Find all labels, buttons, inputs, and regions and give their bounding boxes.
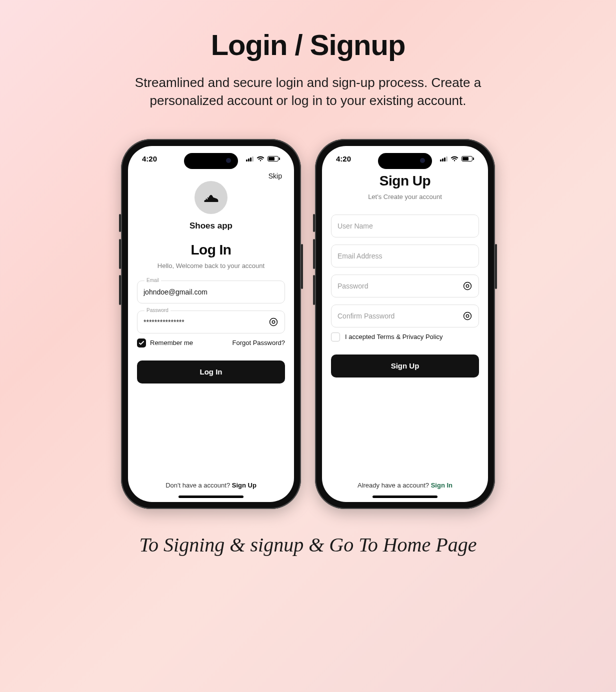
signal-icon <box>440 156 448 162</box>
svg-point-1 <box>272 320 274 323</box>
svg-point-3 <box>466 284 468 287</box>
forgot-password-link[interactable]: Forgot Password? <box>232 339 286 346</box>
signup-subtext: Let's Create your account <box>331 193 479 200</box>
checkbox-empty-icon <box>331 332 340 342</box>
page-title: Login / Signup <box>0 28 616 62</box>
home-indicator <box>178 496 244 498</box>
login-subtext: Hello, Welcome back to your account <box>137 262 285 270</box>
svg-point-4 <box>464 312 472 320</box>
email-input[interactable] <box>144 288 278 296</box>
password-input[interactable] <box>338 282 462 290</box>
svg-point-2 <box>464 282 472 290</box>
email-label: Email <box>144 278 161 283</box>
dynamic-island <box>184 153 238 169</box>
signin-link[interactable]: Sign In <box>431 482 452 489</box>
password-field-wrap[interactable] <box>331 274 479 298</box>
signin-prompt: Already have a account? Sign In <box>331 482 479 489</box>
dynamic-island <box>378 153 432 169</box>
username-input[interactable] <box>338 222 472 230</box>
login-button[interactable]: Log In <box>137 360 285 384</box>
accept-terms-label: I accepted Terms & Privacy Policy <box>345 333 443 340</box>
battery-icon <box>462 156 474 162</box>
signup-heading: Sign Up <box>331 173 479 189</box>
signup-prompt: Don't have a account? Sign Up <box>137 482 285 489</box>
wifi-icon <box>256 156 264 162</box>
remember-me-label: Remember me <box>150 339 193 346</box>
page-subtitle: Streamlined and secure login and sign-up… <box>118 74 498 110</box>
signup-button[interactable]: Sign Up <box>331 354 479 378</box>
phone-login: 4:20 Skip Shoes app Log In He <box>121 139 301 509</box>
battery-icon <box>268 156 280 162</box>
skip-link[interactable]: Skip <box>268 172 282 180</box>
shoe-icon <box>202 188 220 207</box>
eye-icon[interactable] <box>462 281 472 291</box>
app-name: Shoes app <box>137 221 285 231</box>
svg-point-0 <box>270 318 278 326</box>
terms-link[interactable]: Terms & Privacy Policy <box>376 333 442 340</box>
signup-link[interactable]: Sign Up <box>232 482 256 489</box>
username-field-wrap[interactable] <box>331 214 479 238</box>
phone-signup: 4:20 Sign Up Let's Create your account <box>315 139 495 509</box>
signal-icon <box>246 156 254 162</box>
password-label: Password <box>144 308 170 313</box>
password-input[interactable] <box>144 318 268 326</box>
eye-icon[interactable] <box>462 311 472 321</box>
app-logo <box>194 181 228 214</box>
eye-icon[interactable] <box>268 317 278 327</box>
confirm-password-input[interactable] <box>338 312 462 320</box>
email-input[interactable] <box>338 252 472 260</box>
status-time: 4:20 <box>336 154 351 163</box>
footer-caption: To Signing & signup & Go To Home Page <box>0 533 616 556</box>
home-indicator <box>372 496 438 498</box>
wifi-icon <box>450 156 458 162</box>
status-time: 4:20 <box>142 154 157 163</box>
login-heading: Log In <box>137 242 285 258</box>
svg-point-5 <box>466 314 468 317</box>
accept-terms-checkbox[interactable]: I accepted Terms & Privacy Policy <box>331 332 479 342</box>
confirm-password-field-wrap[interactable] <box>331 304 479 328</box>
checkbox-checked-icon <box>137 338 146 348</box>
email-field-wrap[interactable] <box>331 244 479 268</box>
password-field-wrap[interactable]: Password <box>137 310 285 334</box>
email-field-wrap[interactable]: Email <box>137 280 285 304</box>
remember-me-checkbox[interactable]: Remember me <box>137 338 193 348</box>
